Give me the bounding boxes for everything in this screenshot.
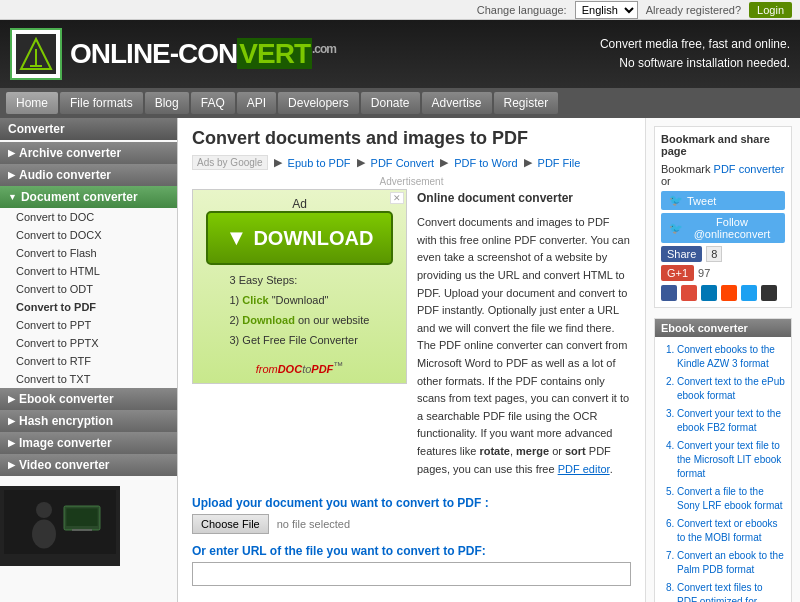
facebook-icon[interactable] [661,285,677,301]
logo-part1: ONLINE-CON [70,38,237,69]
ebook-item-8[interactable]: Convert text files to PDF optimized for … [677,581,785,602]
language-select[interactable]: English [575,1,638,19]
svg-rect-8 [66,508,97,526]
pdf-editor-link[interactable]: PDF editor [558,463,610,475]
ad-label: ✕ [390,192,404,204]
twitter-sm-icon[interactable] [741,285,757,301]
sidebar-convert-txt[interactable]: Convert to TXT [0,370,177,388]
sidebar-doc-items: Convert to DOC Convert to DOCX Convert t… [0,208,177,388]
bookmark-text: Bookmark PDF converter or [661,163,785,187]
ad-close[interactable]: Ad [292,197,307,211]
sidebar-convert-pptx[interactable]: Convert to PPTX [0,334,177,352]
nav-donate[interactable]: Donate [361,92,420,114]
svg-point-6 [32,520,56,549]
nav-register[interactable]: Register [494,92,559,114]
ad-footer: fromDOCtoPDF™ [256,360,344,375]
main-layout: Converter Archive converter Audio conver… [0,118,800,602]
ebook-item-2[interactable]: Convert text to the ePub ebook format [677,375,785,403]
converter-subtitle: Online document converter [417,189,631,208]
breadcrumb-epub[interactable]: Epub to PDF [288,157,351,169]
gplus-count: 97 [698,267,710,279]
breadcrumb: Ads by Google ▶ Epub to PDF ▶ PDF Conver… [192,155,631,170]
logo-highlight: VERT [237,38,312,69]
sidebar-video-converter[interactable]: Video converter [0,454,177,476]
sidebar-convert-docx[interactable]: Convert to DOCX [0,226,177,244]
ebook-list: Convert ebooks to the Kindle AZW 3 forma… [661,343,785,602]
sidebar-archive-converter[interactable]: Archive converter [0,142,177,164]
sidebar-convert-pdf[interactable]: Convert to PDF [0,298,177,316]
sidebar-convert-html[interactable]: Convert to HTML [0,262,177,280]
share-button[interactable]: Share [661,246,702,262]
linkedin-icon[interactable] [701,285,717,301]
social-icons [661,285,785,301]
breadcrumb-pdffile[interactable]: PDF File [538,157,581,169]
top-bar: Change language: English Already registe… [0,0,800,20]
ad-steps: 3 Easy Steps: 1) Click "Download" 2) Dow… [219,265,379,356]
sidebar-converter-title: Converter [0,118,177,140]
sidebar-audio-converter[interactable]: Audio converter [0,164,177,186]
sep1: ▶ [274,156,282,169]
gplus-button[interactable]: G+1 [661,265,694,281]
tweet-button[interactable]: 🐦 Tweet [661,191,785,210]
follow-button[interactable]: 🐦 Follow @onlineconvert [661,213,785,243]
svg-point-5 [36,502,52,518]
nav-file-formats[interactable]: File formats [60,92,143,114]
ebook-item-1[interactable]: Convert ebooks to the Kindle AZW 3 forma… [677,343,785,371]
github-icon[interactable] [761,285,777,301]
sidebar-convert-ppt[interactable]: Convert to PPT [0,316,177,334]
sidebar-ebook-converter[interactable]: Ebook converter [0,388,177,410]
ebook-item-3[interactable]: Convert your text to the ebook FB2 forma… [677,407,785,435]
nav-blog[interactable]: Blog [145,92,189,114]
sidebar-image-converter[interactable]: Image converter [0,432,177,454]
nav-bar: Home File formats Blog FAQ API Developer… [0,88,800,118]
upload-row: Choose File no file selected [192,514,631,534]
download-button[interactable]: ▼ DOWNLOAD [206,211,394,265]
sidebar-convert-odt[interactable]: Convert to ODT [0,280,177,298]
ebook-item-6[interactable]: Convert text or ebooks to the MOBI forma… [677,517,785,545]
logo-com: .com [312,42,336,56]
ebook-item-5[interactable]: Convert a file to the Sony LRF ebook for… [677,485,785,513]
nav-faq[interactable]: FAQ [191,92,235,114]
reddit-icon[interactable] [721,285,737,301]
ebook-item-4[interactable]: Convert your text file to the Microsoft … [677,439,785,481]
no-file-label: no file selected [277,518,350,530]
logo-text: ONLINE-CONVERT.com [70,38,336,70]
logo-svg [16,34,56,74]
breadcrumb-pdfconvert[interactable]: PDF Convert [371,157,435,169]
share-count: 8 [706,246,722,262]
nav-advertise[interactable]: Advertise [422,92,492,114]
sep3: ▶ [440,156,448,169]
sidebar-convert-flash[interactable]: Convert to Flash [0,244,177,262]
sidebar-document-converter[interactable]: Document converter [0,186,177,208]
twitter-icon2: 🐦 [669,222,683,235]
url-input[interactable] [192,562,631,586]
header-tagline: Convert media free, fast and online. No … [600,35,790,73]
gplus-row: G+1 97 [661,265,785,281]
twitter-icon: 🐦 [669,194,683,207]
sidebar-hash-encryption[interactable]: Hash encryption [0,410,177,432]
nav-developers[interactable]: Developers [278,92,359,114]
login-button[interactable]: Login [749,2,792,18]
change-language-label: Change language: [477,4,567,16]
right-sidebar: Bookmark and share page Bookmark PDF con… [645,118,800,602]
nav-api[interactable]: API [237,92,276,114]
sidebar-convert-rtf[interactable]: Convert to RTF [0,352,177,370]
sidebar-svg [4,486,116,562]
pdf-converter-link[interactable]: PDF converter [714,163,785,175]
header: ONLINE-CONVERT.com Convert media free, f… [0,20,800,88]
choose-file-button[interactable]: Choose File [192,514,269,534]
logo-icon [10,28,62,80]
sidebar-convert-doc[interactable]: Convert to DOC [0,208,177,226]
ebook-item-7[interactable]: Convert an ebook to the Palm PDB format [677,549,785,577]
nav-home[interactable]: Home [6,92,58,114]
sep4: ▶ [524,156,532,169]
breadcrumb-pdftoword[interactable]: PDF to Word [454,157,517,169]
ad-box: ✕ Ad ▼ DOWNLOAD 3 Easy Steps: 1) Click "… [192,189,407,384]
description-text: Convert documents and images to PDF with… [417,214,631,478]
logo[interactable]: ONLINE-CONVERT.com [10,28,336,80]
advertisement-label: Advertisement [192,176,631,187]
sidebar: Converter Archive converter Audio conver… [0,118,178,602]
ads-label: Ads by Google [192,155,268,170]
page-title: Convert documents and images to PDF [192,128,631,149]
google-icon[interactable] [681,285,697,301]
